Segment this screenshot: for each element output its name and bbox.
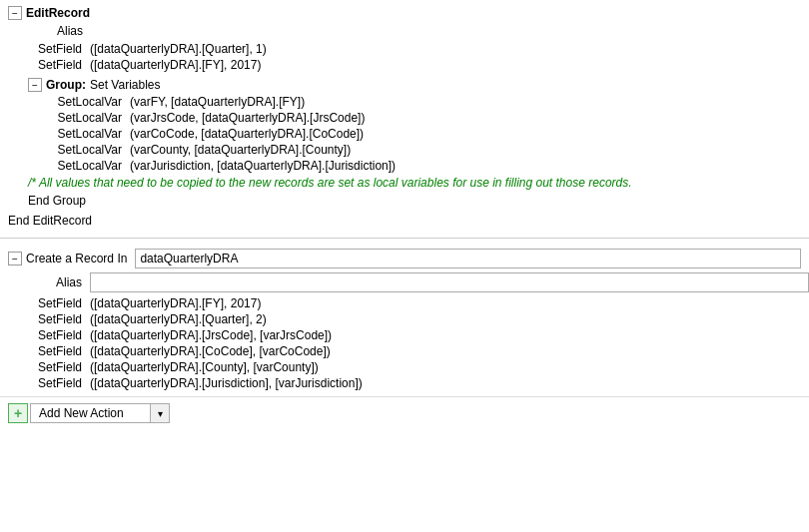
group-name: Set Variables (90, 78, 160, 92)
create-sf-value-3: ([dataQuarterlyDRA].[CoCode], [varCoCode… (90, 344, 331, 358)
setfield-label-1: SetField (0, 58, 90, 72)
add-action-label: Add New Action (39, 406, 124, 420)
edit-record-section: − EditRecord Alias SetField ([dataQuarte… (0, 0, 809, 234)
table-row: SetField ([dataQuarterlyDRA].[JrsCode], … (0, 327, 809, 343)
create-sf-value-5: ([dataQuarterlyDRA].[Jurisdiction], [var… (90, 376, 363, 390)
setlocalvar-label-3: SetLocalVar (20, 143, 130, 157)
section-divider (0, 238, 809, 239)
dropdown-icon: ▾ (158, 408, 163, 419)
create-sf-value-4: ([dataQuarterlyDRA].[County], [varCounty… (90, 360, 319, 374)
create-record-section: − Create a Record In Alias SetField ([da… (0, 243, 809, 433)
group-title: Group: (46, 78, 86, 92)
create-sf-value-1: ([dataQuarterlyDRA].[Quarter], 2) (90, 312, 267, 326)
create-record-collapse-icon[interactable]: − (8, 252, 22, 266)
edit-record-setfields: SetField ([dataQuarterlyDRA].[Quarter], … (0, 40, 809, 74)
group-header: − Group: Set Variables (0, 76, 809, 94)
create-sf-label-3: SetField (0, 344, 90, 358)
table-row: SetField ([dataQuarterlyDRA].[CoCode], [… (0, 343, 809, 359)
group-section: − Group: Set Variables SetLocalVar (varF… (0, 74, 809, 212)
setfield-value-1: ([dataQuarterlyDRA].[FY], 2017) (90, 58, 261, 72)
edit-record-title: EditRecord (26, 6, 90, 20)
edit-record-collapse-icon[interactable]: − (8, 6, 22, 20)
table-row: SetLocalVar (varFY, [dataQuarterlyDRA].[… (20, 94, 809, 110)
add-action-dropdown-button[interactable]: ▾ (150, 403, 170, 423)
table-row: SetLocalVar (varCounty, [dataQuarterlyDR… (20, 142, 809, 158)
create-sf-label-1: SetField (0, 312, 90, 326)
end-edit-text: End EditRecord (8, 214, 92, 228)
create-alias-row: Alias (0, 270, 809, 294)
setlocalvar-value-3: (varCounty, [dataQuarterlyDRA].[County]) (130, 143, 351, 157)
add-new-action-button[interactable]: Add New Action (30, 403, 150, 423)
group-collapse-icon[interactable]: − (28, 78, 42, 92)
plus-symbol: + (14, 405, 22, 421)
alias-label: Alias (0, 24, 140, 38)
group-rows: SetLocalVar (varFY, [dataQuarterlyDRA].[… (0, 94, 809, 174)
setlocalvar-label-2: SetLocalVar (20, 127, 130, 141)
end-edit-record: End EditRecord (0, 212, 809, 230)
table-row: SetField ([dataQuarterlyDRA].[Quarter], … (0, 311, 809, 327)
comment-row: /* All values that need to be copied to … (0, 174, 809, 192)
create-record-input[interactable] (135, 249, 801, 268)
setlocalvar-label-0: SetLocalVar (20, 95, 130, 109)
setlocalvar-value-2: (varCoCode, [dataQuarterlyDRA].[CoCode]) (130, 127, 364, 141)
create-sf-label-0: SetField (0, 296, 90, 310)
setfield-label-0: SetField (0, 42, 90, 56)
setlocalvar-label-1: SetLocalVar (20, 111, 130, 125)
table-row: SetField ([dataQuarterlyDRA].[Jurisdicti… (0, 375, 809, 391)
create-alias-label: Alias (0, 275, 90, 289)
create-record-label: Create a Record In (26, 252, 127, 266)
end-group: End Group (0, 192, 809, 210)
create-sf-label-5: SetField (0, 376, 90, 390)
table-row: SetLocalVar (varCoCode, [dataQuarterlyDR… (20, 126, 809, 142)
table-row: SetField ([dataQuarterlyDRA].[FY], 2017) (0, 57, 809, 73)
setfield-value-0: ([dataQuarterlyDRA].[Quarter], 1) (90, 42, 267, 56)
create-record-header: − Create a Record In (0, 247, 809, 270)
create-sf-value-2: ([dataQuarterlyDRA].[JrsCode], [varJrsCo… (90, 328, 332, 342)
add-action-bar: + Add New Action ▾ (0, 396, 809, 429)
create-sf-label-2: SetField (0, 328, 90, 342)
create-setfields: SetField ([dataQuarterlyDRA].[FY], 2017)… (0, 294, 809, 392)
table-row: SetLocalVar (varJurisdiction, [dataQuart… (20, 158, 809, 174)
setlocalvar-value-1: (varJrsCode, [dataQuarterlyDRA].[JrsCode… (130, 111, 365, 125)
alias-header: Alias (0, 22, 809, 40)
add-action-plus-icon[interactable]: + (8, 403, 28, 423)
table-row: SetField ([dataQuarterlyDRA].[County], [… (0, 359, 809, 375)
setlocalvar-label-4: SetLocalVar (20, 159, 130, 173)
table-row: SetField ([dataQuarterlyDRA].[FY], 2017) (0, 295, 809, 311)
edit-record-header: − EditRecord (0, 4, 809, 22)
comment-text: /* All values that need to be copied to … (28, 176, 632, 190)
table-row: SetField ([dataQuarterlyDRA].[Quarter], … (0, 41, 809, 57)
setlocalvar-value-0: (varFY, [dataQuarterlyDRA].[FY]) (130, 95, 305, 109)
setlocalvar-value-4: (varJurisdiction, [dataQuarterlyDRA].[Ju… (130, 159, 396, 173)
create-sf-value-0: ([dataQuarterlyDRA].[FY], 2017) (90, 296, 261, 310)
table-row: SetLocalVar (varJrsCode, [dataQuarterlyD… (20, 110, 809, 126)
create-sf-label-4: SetField (0, 360, 90, 374)
end-group-text: End Group (28, 194, 86, 208)
create-alias-input[interactable] (90, 272, 809, 292)
main-container: − EditRecord Alias SetField ([dataQuarte… (0, 0, 809, 433)
